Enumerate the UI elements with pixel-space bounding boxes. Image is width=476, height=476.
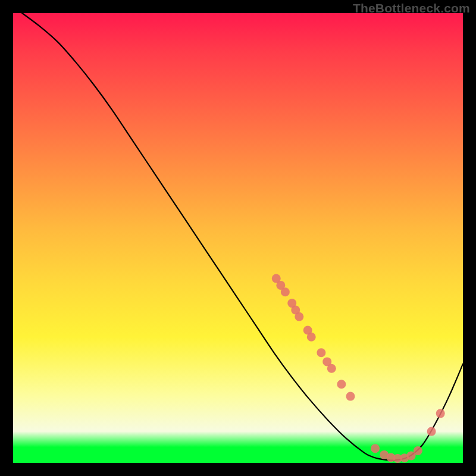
chart-frame: TheBottleneck.com xyxy=(0,0,476,476)
data-point xyxy=(317,348,325,357)
curve-layer xyxy=(13,13,463,463)
data-point xyxy=(414,446,422,455)
data-point xyxy=(327,364,336,373)
watermark-text: TheBottleneck.com xyxy=(353,1,470,15)
bottleneck-curve xyxy=(22,13,463,461)
data-point xyxy=(307,333,316,342)
plot-area xyxy=(13,13,463,463)
data-point xyxy=(337,380,346,389)
data-point xyxy=(295,312,303,321)
scatter-points xyxy=(272,274,445,463)
data-point xyxy=(281,287,290,296)
data-point xyxy=(371,444,380,453)
data-point xyxy=(427,427,436,436)
data-point xyxy=(436,409,445,418)
data-point xyxy=(346,392,355,401)
